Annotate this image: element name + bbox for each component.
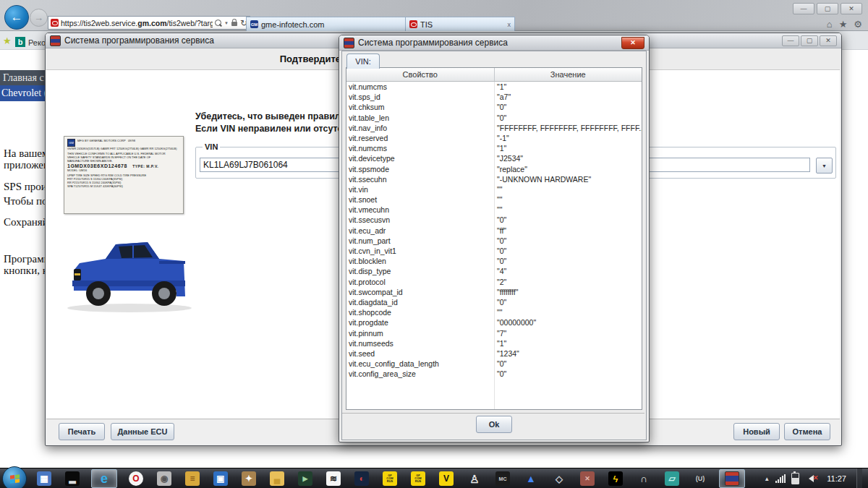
favorites-star-icon[interactable]: ★	[3, 35, 12, 46]
dialog-titlebar[interactable]: Система программирования сервиса ✕	[339, 35, 649, 51]
taskbar-icon-console-app[interactable]: ▂	[63, 470, 82, 487]
property-value: "ff"	[493, 226, 642, 236]
property-name: vit.snoet	[346, 194, 493, 205]
favorites-icon[interactable]: ★	[839, 19, 848, 30]
property-name: vit.disp_type	[346, 266, 493, 276]
close-icon: ✕	[630, 39, 636, 46]
property-value: "2"	[493, 277, 642, 287]
maximize-button[interactable]: ▢	[817, 3, 838, 14]
property-value: "J2534"	[493, 153, 642, 163]
property-value: "-1"	[493, 133, 642, 143]
settings-gear-icon[interactable]: ⚙	[854, 19, 862, 30]
favorites-bar-label[interactable]: Реко	[28, 38, 46, 47]
brown-app-icon: ✦	[242, 471, 256, 486]
taskbar-icon-gf-com-rus-2[interactable]: GF COM RUS	[409, 470, 427, 487]
property-value: "1"	[493, 338, 642, 348]
taskbar-icon-green-media-app[interactable]: ▶	[296, 470, 315, 487]
taskbar-icon-mc-app[interactable]: MC	[493, 470, 512, 487]
property-name: vit.table_len	[346, 113, 493, 123]
ok-button[interactable]: Ok	[476, 416, 512, 433]
tab-tis[interactable]: TIS x	[405, 17, 515, 31]
taskbar-icon-v-app[interactable]: V	[437, 470, 456, 487]
property-name: vit.ecu_adr	[346, 226, 493, 236]
address-bar[interactable]: https://tis2web.service.gm.com/tis2web/?…	[48, 16, 250, 30]
cancel-button[interactable]: Отмена	[784, 423, 830, 440]
property-name: vit.shopcode	[346, 307, 493, 317]
taskbar-icon-folder-explorer[interactable]: ▄	[268, 470, 286, 487]
minimize-button[interactable]: —	[782, 35, 799, 46]
property-value: "0"	[493, 246, 642, 256]
print-button[interactable]: Печать	[59, 423, 105, 440]
property-value: ""	[493, 194, 642, 205]
clock[interactable]: 11:27	[827, 474, 846, 483]
search-icon[interactable]	[215, 20, 221, 26]
taskbar-icon-gf-com-rus-1[interactable]: GF COM RUS	[380, 470, 399, 487]
vin-table-body: vit.numcms"1"vit.sps_id"a7"vit.chksum"0"…	[346, 82, 642, 409]
taskbar-icon-drive-app[interactable]: ▲	[522, 470, 540, 487]
vin-properties-dialog: Система программирования сервиса ✕ VIN: …	[339, 35, 650, 442]
tab-close-icon[interactable]: x	[508, 21, 511, 28]
column-header-property[interactable]: Свойство	[346, 68, 495, 81]
lock-icon	[231, 22, 237, 26]
taskbar-icon-calendar-app[interactable]: ▦	[35, 470, 54, 487]
property-name: vit.diagdata_id	[346, 297, 493, 307]
taskbar-icon-internet-explorer[interactable]: e	[91, 469, 117, 488]
taskbar-icon-red-tool-app[interactable]: ✕	[578, 470, 597, 487]
taskbar-icon-kanji-app[interactable]: ≋	[324, 470, 343, 487]
internet-explorer-icon: e	[97, 471, 111, 486]
taskbar: ▦▂eO◉≡▣✦▄▶≋◐GF COM RUSGF COM RUSV♙MC▲◇✕ϟ…	[0, 468, 868, 488]
taskbar-icon-sphere-app[interactable]: ◐	[352, 470, 371, 487]
teal-3d-app-icon: ▱	[665, 471, 679, 486]
taskbar-icon-gamepad-app[interactable]: ◇	[550, 470, 569, 487]
maximize-button[interactable]: ▢	[801, 35, 818, 46]
vin-combo-button[interactable]: ▼	[816, 158, 833, 174]
property-value: ""	[493, 205, 642, 215]
ecu-data-button[interactable]: Данные ECU	[111, 423, 174, 440]
network-signal-icon[interactable]	[775, 474, 786, 483]
taskbar-icon-sps-java-app[interactable]	[719, 469, 745, 488]
taskbar-icon-teal-3d-app[interactable]: ▱	[663, 470, 681, 487]
tray-expand-icon[interactable]: ▲	[764, 476, 770, 482]
taskbar-icon-headset-app[interactable]: ∩	[634, 470, 653, 487]
dropdown-icon[interactable]: ▼	[224, 21, 229, 25]
property-name: vit.vin	[346, 184, 493, 194]
minimize-button[interactable]: —	[793, 3, 814, 14]
property-value: "1"	[493, 82, 642, 92]
page-text-line: Сохраняй	[4, 216, 48, 228]
taskbar-icon-photo-viewer[interactable]: ◉	[155, 470, 174, 487]
taskbar-icon-commander-app[interactable]: ≡	[183, 470, 202, 487]
url-text[interactable]: https://tis2web.service.gm.com/tis2web/?…	[61, 19, 213, 27]
show-desktop-button[interactable]	[856, 468, 862, 488]
sphere-app-icon: ◐	[354, 471, 369, 486]
property-name: vit.nav_info	[346, 123, 493, 133]
close-button[interactable]: ✕	[841, 3, 862, 14]
tab-gme-infotech[interactable]: GM gme-infotech.com	[246, 17, 408, 31]
property-value: "0"	[493, 359, 642, 369]
home-icon[interactable]: ⌂	[827, 19, 833, 30]
folder-explorer-icon: ▄	[270, 471, 284, 486]
page-nav-selected-item[interactable]: Chevrolet (	[0, 85, 48, 101]
tab-vin[interactable]: VIN:	[346, 53, 380, 69]
sps-window-title: Система программирования сервиса	[64, 35, 214, 46]
close-button[interactable]: ✕	[820, 35, 837, 46]
forward-button[interactable]: →	[30, 9, 48, 27]
taskbar-icon-spray-app[interactable]: ♙	[465, 470, 484, 487]
taskbar-icon-u-app[interactable]: (U)	[691, 470, 710, 487]
back-button[interactable]: ←	[4, 5, 29, 30]
taskbar-icon-brown-app[interactable]: ✦	[239, 470, 258, 487]
dialog-close-button[interactable]: ✕	[621, 37, 644, 49]
taskbar-icon-blue-tool-app[interactable]: ▣	[211, 470, 230, 487]
taskbar-icon-flash-app[interactable]: ϟ	[606, 470, 625, 487]
property-name: vit.chksum	[346, 102, 493, 112]
new-button[interactable]: Новый	[733, 423, 780, 440]
column-header-value[interactable]: Значение	[495, 68, 642, 81]
start-button[interactable]	[2, 466, 27, 488]
property-name: vit.protocol	[346, 277, 493, 287]
volume-muted-icon[interactable]: ✕	[805, 474, 817, 484]
green-media-app-icon: ▶	[298, 471, 312, 486]
battery-icon[interactable]	[791, 473, 799, 484]
taskbar-icon-opera-browser[interactable]: O	[127, 470, 145, 487]
bing-icon[interactable]: b	[15, 37, 25, 47]
property-value: "ffffffff"	[493, 287, 642, 297]
property-name: vit.vmecuhn	[346, 205, 493, 215]
